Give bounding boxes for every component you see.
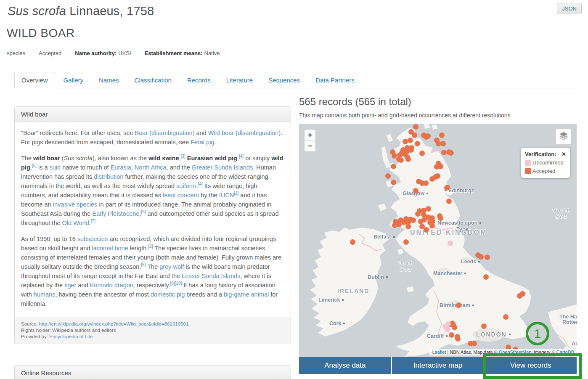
text-link[interactable]: http://en.wikipedia.org/w/index.php?titl… — [39, 321, 188, 326]
occurrence-dot-accepted[interactable] — [449, 332, 454, 338]
tab-gallery[interactable]: Gallery — [56, 72, 91, 88]
occurrence-dot-accepted[interactable] — [413, 124, 418, 130]
reference-link[interactable]: [3] — [181, 154, 185, 159]
occurrence-dot-accepted[interactable] — [405, 224, 411, 229]
zoom-out-button[interactable]: − — [305, 140, 315, 151]
occurrence-dot-accepted[interactable] — [478, 254, 484, 260]
text-link[interactable]: distribution — [94, 173, 123, 180]
text-link[interactable]: tiger — [64, 282, 76, 289]
occurrence-dot-accepted[interactable] — [391, 180, 396, 185]
occurrence-dot-accepted[interactable] — [423, 180, 429, 186]
text-link[interactable]: Eurasia — [111, 164, 131, 171]
reference-link[interactable]: [7] — [91, 219, 95, 223]
occurrence-dot-accepted[interactable] — [471, 341, 477, 346]
occurrence-dot-accepted[interactable] — [429, 223, 435, 228]
occurrence-dot-accepted[interactable] — [419, 151, 425, 156]
occurrence-dot-accepted[interactable] — [520, 291, 525, 297]
reference-link[interactable]: [1] — [234, 191, 238, 196]
occurrence-dot-accepted[interactable] — [448, 150, 454, 156]
occurrence-dot-accepted[interactable] — [439, 133, 445, 138]
text-link[interactable]: least concern — [163, 192, 199, 199]
occurrence-dot-accepted[interactable] — [441, 150, 447, 155]
occurrence-dot-accepted[interactable] — [408, 138, 413, 143]
text-link[interactable]: Wild boar (disambiguation) — [208, 130, 281, 136]
attribution-link[interactable]: OpenStreetMap — [499, 350, 532, 355]
json-button[interactable]: JSON — [557, 3, 582, 14]
text-link[interactable]: big-game animal — [224, 291, 269, 298]
occurrence-dot-accepted[interactable] — [385, 173, 391, 179]
occurrence-dot-accepted[interactable] — [413, 188, 418, 193]
text-link[interactable]: North Africa — [135, 164, 167, 171]
occurrence-dot-accepted[interactable] — [438, 215, 443, 221]
tab-data-partners[interactable]: Data Partners — [308, 72, 362, 88]
tab-literature[interactable]: Literature — [219, 72, 260, 88]
reference-link[interactable]: [4] — [239, 154, 244, 159]
legend-close-icon[interactable]: ✕ — [562, 151, 566, 157]
occurrence-dot-accepted[interactable] — [408, 147, 414, 153]
text-link[interactable]: Boar (disambiguation) — [135, 130, 195, 136]
occurrence-dot-accepted[interactable] — [426, 206, 431, 212]
reference-link[interactable]: [6] — [141, 209, 146, 214]
analyse-data-button[interactable]: Analyse data — [299, 357, 391, 374]
reference-link[interactable]: [4] — [198, 182, 203, 186]
occurrence-dot-accepted[interactable] — [418, 219, 424, 224]
text-link[interactable]: IUCN — [219, 192, 234, 199]
tab-classification[interactable]: Classification — [127, 72, 179, 88]
reference-link[interactable]: [8] — [141, 262, 146, 267]
occurrence-dot-accepted[interactable] — [405, 156, 411, 162]
occurrence-dot-accepted[interactable] — [485, 254, 490, 260]
occurrence-dot-accepted[interactable] — [398, 157, 404, 163]
tab-overview[interactable]: Overview — [14, 72, 55, 88]
text-link[interactable]: Feral pig — [191, 139, 214, 146]
text-link[interactable]: Greater Sunda Islands — [192, 164, 253, 171]
occurrence-dot-accepted[interactable] — [412, 133, 417, 138]
occurrence-dot-accepted[interactable] — [444, 185, 450, 191]
layers-button[interactable] — [555, 128, 572, 145]
occurrence-dot-accepted[interactable] — [392, 223, 397, 228]
interactive-map-button[interactable]: Interactive map — [392, 357, 484, 374]
text-link[interactable]: invasive species — [53, 201, 98, 208]
text-link[interactable]: domestic pig — [151, 291, 185, 298]
text-link[interactable]: Old World — [62, 220, 89, 226]
text-link[interactable]: subspecies — [77, 236, 108, 242]
occurrence-dot-accepted[interactable] — [415, 141, 420, 146]
occurrence-dot-accepted[interactable] — [440, 141, 446, 146]
tab-sequences[interactable]: Sequences — [261, 72, 307, 88]
reference-link[interactable]: [2] — [148, 244, 153, 249]
occurrence-dot-accepted[interactable] — [403, 239, 409, 245]
text-link[interactable]: Komodo dragon — [90, 282, 133, 289]
view-records-button[interactable]: View records — [485, 357, 577, 374]
occurrence-dot-accepted[interactable] — [435, 173, 440, 179]
occurrence-dot-accepted[interactable] — [425, 133, 431, 139]
occurrence-dot-accepted[interactable] — [503, 314, 509, 320]
text-link[interactable]: suiform — [176, 183, 196, 189]
attribution-link[interactable]: Leaflet — [432, 350, 446, 355]
occurrence-dot-accepted[interactable] — [391, 164, 396, 169]
occurrence-dot-unconfirmed[interactable] — [448, 241, 453, 246]
text-link[interactable]: Encyclopedia of Life — [49, 334, 93, 339]
text-link[interactable]: humans — [34, 291, 56, 298]
occurrence-dot-accepted[interactable] — [481, 323, 487, 329]
text-link[interactable]: Early Pleistocene — [92, 210, 139, 217]
occurrence-dot-accepted[interactable] — [429, 176, 435, 182]
tab-records[interactable]: Records — [180, 72, 218, 88]
occurrence-dot-accepted[interactable] — [483, 274, 489, 280]
reference-link[interactable]: [5] — [32, 163, 37, 168]
tab-names[interactable]: Names — [92, 72, 126, 88]
occurrence-dot-accepted[interactable] — [350, 239, 355, 245]
occurrence-dot-accepted[interactable] — [456, 302, 461, 308]
text-link[interactable]: lacrimal bone — [92, 245, 128, 252]
zoom-in-button[interactable]: + — [305, 130, 315, 140]
text-link[interactable]: Lesser Sunda Islands — [182, 273, 240, 279]
occurrence-dot-accepted[interactable] — [411, 217, 416, 223]
occurrence-dot-accepted[interactable] — [455, 336, 461, 342]
text-link[interactable]: grey wolf — [159, 263, 184, 270]
text-link[interactable]: suid — [50, 164, 61, 171]
reference-link[interactable]: [9][10] — [170, 281, 182, 286]
occurrence-dot-unconfirmed[interactable] — [442, 324, 448, 329]
occurrence-map[interactable]: GlasgowEdinburghNewcastle uponTyneUNITED… — [299, 124, 577, 357]
occurrence-dot-accepted[interactable] — [415, 211, 421, 217]
occurrence-dot-accepted[interactable] — [424, 227, 429, 233]
occurrence-dot-accepted[interactable] — [446, 199, 452, 204]
attribution-link[interactable]: CartoDB — [556, 350, 574, 355]
